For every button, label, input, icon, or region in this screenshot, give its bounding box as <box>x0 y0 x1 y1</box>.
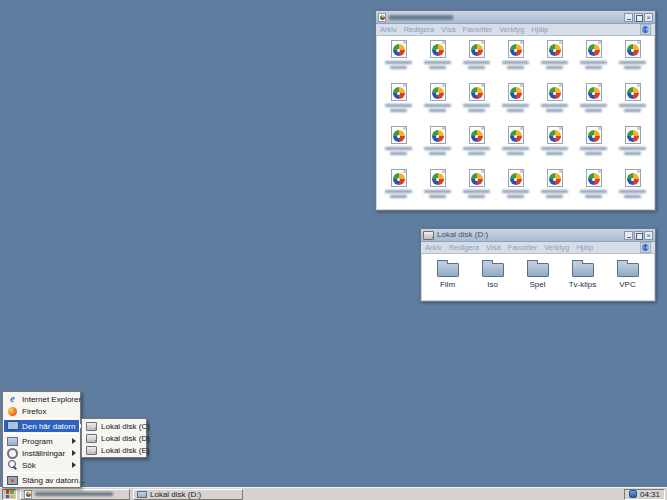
blurred-filename <box>580 104 607 107</box>
taskbar-button-media-window[interactable] <box>20 489 130 500</box>
media-file-item[interactable] <box>613 81 652 124</box>
menu-visa[interactable]: Visa <box>441 25 455 34</box>
close-button[interactable] <box>644 13 653 22</box>
media-file-item[interactable] <box>535 167 574 209</box>
media-file-item[interactable] <box>379 167 418 209</box>
folder-item-vpc[interactable]: VPC <box>605 259 650 289</box>
media-file-item[interactable] <box>457 38 496 81</box>
media-file-item[interactable] <box>535 124 574 167</box>
blurred-filename <box>619 61 646 64</box>
drive-icon <box>423 230 434 240</box>
blurred-filename <box>624 109 641 112</box>
maximize-button[interactable] <box>634 231 643 240</box>
blurred-filename <box>502 104 529 107</box>
menu-redigera[interactable]: Redigera <box>449 243 479 252</box>
tray-app-icon[interactable] <box>629 490 637 498</box>
minimize-button[interactable] <box>624 231 633 240</box>
folder-item-film[interactable]: Film <box>425 259 470 289</box>
blurred-filename <box>585 152 602 155</box>
menu-arkiv[interactable]: Arkiv <box>380 25 397 34</box>
close-button[interactable] <box>644 231 653 240</box>
media-file-item[interactable] <box>379 124 418 167</box>
media-file-icon <box>508 169 524 187</box>
blurred-filename <box>463 61 490 64</box>
taskbar-clock[interactable]: 04:31 <box>640 490 660 499</box>
media-file-item[interactable] <box>574 124 613 167</box>
menu-favoriter[interactable]: Favoriter <box>463 25 493 34</box>
media-file-item[interactable] <box>496 124 535 167</box>
submenu-item-lokal-disk-d[interactable]: Lokal disk (D) <box>83 432 145 444</box>
taskbar-button-local-disk-d[interactable]: Lokal disk (D:) <box>133 489 243 500</box>
media-file-item[interactable] <box>613 167 652 209</box>
media-window-icon <box>24 490 32 499</box>
media-file-icon <box>586 169 602 187</box>
start-menu-item-sok[interactable]: Sök <box>4 459 79 471</box>
submenu-item-lokal-disk-c[interactable]: Lokal disk (C) <box>83 420 145 432</box>
media-file-item[interactable] <box>457 81 496 124</box>
menu-separator <box>6 472 77 473</box>
menu-verktyg[interactable]: Verktyg <box>499 25 524 34</box>
start-menu-item-program[interactable]: Program <box>4 435 79 447</box>
desktop[interactable]: { "colors": { "desktop": "#5f7d9e", "hig… <box>0 0 667 500</box>
menu-favoriter[interactable]: Favoriter <box>508 243 538 252</box>
folder-icon <box>527 263 549 277</box>
media-file-item[interactable] <box>496 167 535 209</box>
blurred-filename <box>463 147 490 150</box>
media-file-item[interactable] <box>496 81 535 124</box>
media-file-item[interactable] <box>574 167 613 209</box>
media-file-item[interactable] <box>457 124 496 167</box>
minimize-button[interactable] <box>624 13 633 22</box>
menu-item-label: Den här datorn <box>22 422 75 431</box>
start-menu-item-installningar[interactable]: Inställningar <box>4 447 79 459</box>
taskbar-button-label: Lokal disk (D:) <box>150 490 201 499</box>
menu-redigera[interactable]: Redigera <box>404 25 434 34</box>
start-menu-item-den-har-datorn[interactable]: Den här datorn <box>4 420 79 432</box>
media-file-item[interactable] <box>418 81 457 124</box>
start-menu-item-stang-av-datorn[interactable]: Stäng av datorn... <box>4 474 79 486</box>
blurred-filename <box>507 109 524 112</box>
computer-icon <box>7 421 18 431</box>
media-file-item[interactable] <box>457 167 496 209</box>
menu-hjalp[interactable]: Hjälp <box>531 25 548 34</box>
den-har-datorn-submenu: Lokal disk (C) Lokal disk (D) Lokal disk… <box>81 418 147 458</box>
start-menu-item-internet-explorer[interactable]: Internet Explorer <box>4 393 79 405</box>
media-file-icon <box>391 126 407 144</box>
folder-item-iso[interactable]: Iso <box>470 259 515 289</box>
media-file-item[interactable] <box>379 81 418 124</box>
menu-arkiv[interactable]: Arkiv <box>425 243 442 252</box>
media-window-titlebar[interactable] <box>376 11 655 24</box>
media-file-icon <box>547 83 563 101</box>
blurred-filename <box>468 109 485 112</box>
blurred-filename <box>546 109 563 112</box>
disk-window-titlebar[interactable]: Lokal disk (D:) <box>421 229 655 242</box>
media-file-item[interactable] <box>613 38 652 81</box>
media-file-item[interactable] <box>418 124 457 167</box>
menu-hjalp[interactable]: Hjälp <box>576 243 593 252</box>
media-file-item[interactable] <box>613 124 652 167</box>
media-file-item[interactable] <box>574 38 613 81</box>
blurred-filename <box>624 152 641 155</box>
folder-item-tv-klips[interactable]: Tv-klips <box>560 259 605 289</box>
media-file-icon <box>547 126 563 144</box>
blurred-filename <box>385 61 412 64</box>
drive-icon <box>86 445 97 455</box>
folder-item-spel[interactable]: Spel <box>515 259 560 289</box>
blurred-filename <box>507 152 524 155</box>
media-file-item[interactable] <box>379 38 418 81</box>
media-file-item[interactable] <box>535 81 574 124</box>
menu-separator <box>6 433 77 434</box>
media-file-item[interactable] <box>418 167 457 209</box>
start-button[interactable] <box>2 489 17 500</box>
menu-visa[interactable]: Visa <box>486 243 500 252</box>
start-menu-item-firefox[interactable]: Firefox <box>4 405 79 417</box>
media-file-item[interactable] <box>496 38 535 81</box>
blurred-filename <box>502 190 529 193</box>
menu-verktyg[interactable]: Verktyg <box>544 243 569 252</box>
maximize-button[interactable] <box>634 13 643 22</box>
media-file-item[interactable] <box>535 38 574 81</box>
media-file-item[interactable] <box>418 38 457 81</box>
media-file-item[interactable] <box>574 81 613 124</box>
submenu-item-lokal-disk-e[interactable]: Lokal disk (E) <box>83 444 145 456</box>
blurred-filename <box>541 147 568 150</box>
media-file-icon <box>625 40 641 58</box>
